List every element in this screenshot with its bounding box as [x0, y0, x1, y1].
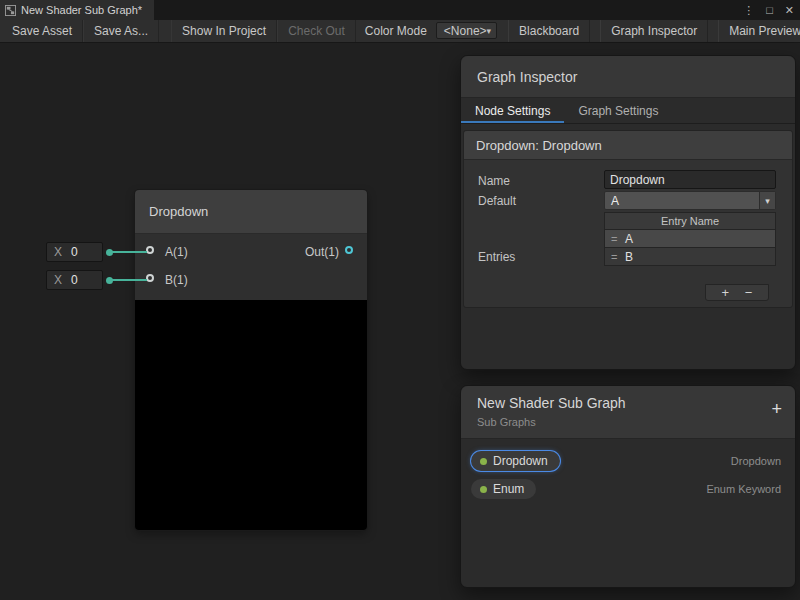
blackboard-title: New Shader Sub Graph	[477, 395, 779, 411]
node-preview	[135, 300, 367, 530]
port-b-default-field[interactable]: X 0	[46, 270, 103, 290]
chevron-down-icon: ▾	[487, 26, 492, 36]
graph-inspector-title: Graph Inspector	[477, 69, 577, 85]
output-port-out[interactable]	[345, 246, 353, 254]
blackboard-item-enum: Enum Enum Keyword	[471, 478, 781, 500]
entry-row-b[interactable]: = B	[604, 248, 776, 266]
node-body	[135, 234, 367, 300]
input-port-b-label: B(1)	[165, 273, 188, 287]
entry-row-b-label: B	[625, 250, 633, 264]
input-port-b[interactable]	[146, 274, 154, 282]
document-tab-label: New Shader Sub Graph*	[21, 4, 142, 16]
port-a-field-label: X	[54, 245, 62, 259]
save-as-button[interactable]: Save As...	[83, 20, 159, 42]
property-dot-icon	[480, 458, 487, 465]
property-dot-icon	[480, 486, 487, 493]
graph-inspector-header[interactable]: Graph Inspector	[461, 56, 795, 98]
entry-row-a-label: A	[625, 232, 633, 246]
dropdown-property-name: Dropdown	[493, 454, 548, 468]
enum-property-name: Enum	[493, 482, 524, 496]
close-icon[interactable]: ✕	[785, 4, 794, 17]
edge-a	[111, 251, 147, 253]
drag-handle-icon[interactable]: =	[611, 233, 617, 245]
blackboard-header[interactable]: New Shader Sub Graph Sub Graphs +	[461, 386, 795, 439]
entries-list-header: Entry Name	[604, 212, 776, 230]
edge-b	[111, 279, 147, 281]
input-port-a-label: A(1)	[165, 245, 188, 259]
document-tab[interactable]: New Shader Sub Graph*	[0, 0, 154, 20]
unity-shader-graph-window: New Shader Sub Graph* ⋮ □ ✕ Save Asset S…	[0, 0, 800, 600]
dropdown-property-pill[interactable]: Dropdown	[471, 451, 560, 471]
chevron-down-icon: ▾	[759, 192, 775, 209]
dropdown-property-type: Dropdown	[731, 455, 781, 467]
node-title: Dropdown	[149, 204, 208, 219]
default-dropdown-value: A	[611, 194, 619, 208]
show-in-project-button[interactable]: Show In Project	[171, 20, 277, 42]
inspector-tab-bar: Node Settings Graph Settings	[461, 98, 795, 124]
tab-graph-settings[interactable]: Graph Settings	[564, 98, 672, 123]
add-entry-button[interactable]: +	[722, 285, 730, 300]
save-asset-button[interactable]: Save Asset	[2, 20, 83, 42]
blackboard-subtitle: Sub Graphs	[477, 416, 779, 428]
window-menu-icon[interactable]: ⋮	[743, 4, 754, 17]
graph-inspector-toggle-button[interactable]: Graph Inspector	[600, 20, 708, 42]
blackboard-panel: New Shader Sub Graph Sub Graphs + Dropdo…	[460, 385, 796, 588]
enum-property-type: Enum Keyword	[706, 483, 781, 495]
color-mode-label: Color Mode	[356, 20, 436, 42]
port-b-field-value[interactable]: 0	[71, 273, 78, 287]
toolbar: Save Asset Save As... Show In Project Ch…	[0, 20, 800, 43]
check-out-button: Check Out	[277, 20, 356, 42]
color-mode-dropdown[interactable]: <None> ▾	[436, 22, 497, 39]
window-controls: ⋮ □ ✕	[743, 0, 794, 20]
name-input[interactable]	[604, 170, 776, 189]
entries-label: Entries	[478, 250, 515, 264]
entry-row-a[interactable]: = A	[604, 230, 776, 248]
add-property-button[interactable]: +	[771, 399, 782, 420]
default-label: Default	[478, 194, 516, 208]
graph-inspector-panel: Graph Inspector Node Settings Graph Sett…	[460, 55, 796, 370]
color-mode-value: <None>	[444, 24, 487, 38]
entries-list-footer: + −	[705, 284, 769, 301]
tab-node-settings[interactable]: Node Settings	[461, 98, 564, 123]
title-bar: New Shader Sub Graph* ⋮ □ ✕	[0, 0, 800, 20]
enum-property-pill[interactable]: Enum	[471, 479, 536, 499]
node-header[interactable]: Dropdown	[135, 190, 367, 234]
blackboard-toggle-button[interactable]: Blackboard	[508, 20, 590, 42]
node-settings-section: Dropdown: Dropdown Name Default A ▾ Entr…	[463, 130, 793, 308]
output-port-label: Out(1)	[305, 245, 339, 259]
port-b-field-label: X	[54, 273, 62, 287]
main-preview-toggle-button[interactable]: Main Preview	[718, 20, 800, 42]
port-a-default-field[interactable]: X 0	[46, 242, 103, 262]
input-port-a[interactable]	[146, 246, 154, 254]
shader-graph-icon	[5, 5, 16, 16]
drag-handle-icon[interactable]: =	[611, 251, 617, 263]
dropdown-node[interactable]: Dropdown A(1) B(1) Out(1)	[135, 190, 367, 530]
remove-entry-button[interactable]: −	[745, 285, 753, 300]
maximize-icon[interactable]: □	[766, 4, 773, 16]
port-a-field-value[interactable]: 0	[71, 245, 78, 259]
name-label: Name	[478, 174, 510, 188]
section-title: Dropdown: Dropdown	[464, 131, 792, 160]
blackboard-item-dropdown: Dropdown Dropdown	[471, 450, 781, 472]
default-dropdown[interactable]: A ▾	[604, 191, 776, 210]
